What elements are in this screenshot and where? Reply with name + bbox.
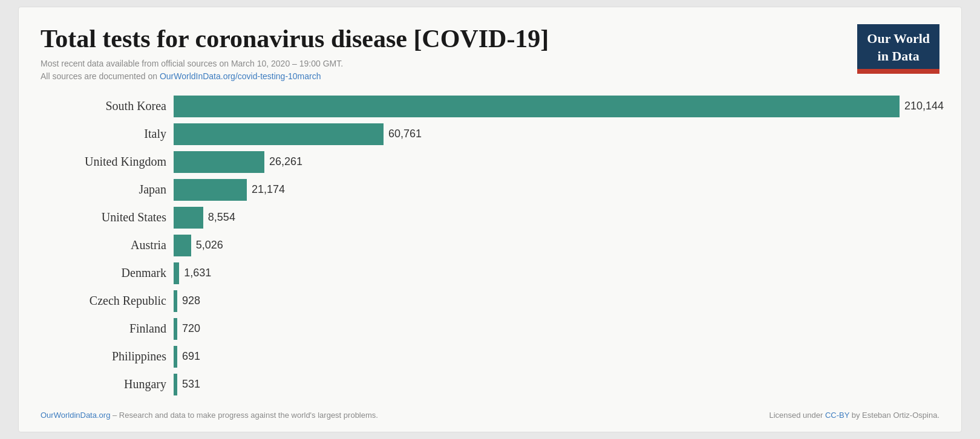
footer-license-suffix: by Esteban Ortiz-Ospina. xyxy=(849,411,939,420)
logo-line2: in Data xyxy=(878,48,920,63)
chart-subtitle: Most recent data available from official… xyxy=(41,57,857,83)
bar-row: United States8,554 xyxy=(41,205,939,230)
country-label: Denmark xyxy=(41,266,174,280)
bar-row: Hungary531 xyxy=(41,372,939,397)
bar-container: 720 xyxy=(174,318,939,340)
bar xyxy=(174,123,384,145)
bar-row: Italy60,761 xyxy=(41,122,939,147)
owid-logo: Our World in Data xyxy=(857,24,939,73)
country-label: Hungary xyxy=(41,377,174,391)
logo-line1: Our World xyxy=(867,31,930,46)
bar xyxy=(174,151,264,173)
chart-footer: OurWorldinData.org – Research and data t… xyxy=(41,411,939,420)
bar xyxy=(174,235,191,256)
bar xyxy=(174,346,177,368)
country-label: Italy xyxy=(41,127,174,141)
bar xyxy=(174,262,179,284)
country-label: Austria xyxy=(41,238,174,252)
bar xyxy=(174,318,177,340)
footer-link[interactable]: OurWorldinData.org xyxy=(41,411,110,420)
bar-value: 691 xyxy=(182,350,200,363)
country-label: Philippines xyxy=(41,350,174,363)
bar xyxy=(174,374,177,395)
bar-container: 60,761 xyxy=(174,123,939,145)
bar-value: 720 xyxy=(182,322,200,335)
bar-container: 21,174 xyxy=(174,179,939,201)
bar-value: 8,554 xyxy=(208,211,235,224)
bar-value: 928 xyxy=(182,294,200,307)
bar-value: 21,174 xyxy=(252,183,285,196)
footer-license-prefix: Licensed under xyxy=(769,411,825,420)
footer-right: Licensed under CC-BY by Esteban Ortiz-Os… xyxy=(769,411,939,420)
subtitle-link[interactable]: OurWorldInData.org/covid-testing-10march xyxy=(160,71,321,81)
country-label: South Korea xyxy=(41,99,174,113)
bar xyxy=(174,207,203,229)
bar xyxy=(174,179,247,201)
bar-container: 5,026 xyxy=(174,235,939,256)
bar-value: 60,761 xyxy=(388,128,422,140)
footer-desc: – Research and data to make progress aga… xyxy=(110,411,378,420)
bar-row: Japan21,174 xyxy=(41,177,939,203)
bar xyxy=(174,290,177,312)
bar-container: 691 xyxy=(174,346,939,368)
country-label: United Kingdom xyxy=(41,155,174,169)
bar-row: Denmark1,631 xyxy=(41,261,939,286)
bar-container: 928 xyxy=(174,290,939,312)
chart-area: South Korea210,144Italy60,761United King… xyxy=(41,94,939,400)
bar-value: 210,144 xyxy=(904,100,944,112)
subtitle-line2-prefix: All sources are documented on xyxy=(41,71,160,81)
country-label: Japan xyxy=(41,183,174,197)
bar-value: 1,631 xyxy=(184,267,211,279)
bar-row: Austria5,026 xyxy=(41,233,939,258)
bar-value: 531 xyxy=(182,378,200,391)
country-label: Finland xyxy=(41,322,174,336)
bar-row: South Korea210,144 xyxy=(41,94,939,119)
chart-title: Total tests for coronavirus disease [COV… xyxy=(41,24,857,53)
chart-card: Total tests for coronavirus disease [COV… xyxy=(18,7,962,432)
header-left: Total tests for coronavirus disease [COV… xyxy=(41,24,857,82)
bar-row: United Kingdom26,261 xyxy=(41,149,939,175)
bar-value: 26,261 xyxy=(269,155,302,168)
bar-row: Philippines691 xyxy=(41,344,939,369)
bar-row: Czech Republic928 xyxy=(41,288,939,314)
country-label: United States xyxy=(41,210,174,224)
bar-row: Finland720 xyxy=(41,316,939,342)
footer-left: OurWorldinData.org – Research and data t… xyxy=(41,411,378,420)
bar-value: 5,026 xyxy=(196,239,223,252)
bar-container: 8,554 xyxy=(174,207,939,229)
chart-header: Total tests for coronavirus disease [COV… xyxy=(41,24,939,82)
bar-container: 210,144 xyxy=(174,96,944,117)
subtitle-line1: Most recent data available from official… xyxy=(41,59,343,68)
bar-container: 26,261 xyxy=(174,151,939,173)
bar xyxy=(174,96,900,117)
bar-container: 531 xyxy=(174,374,939,395)
footer-license-link[interactable]: CC-BY xyxy=(825,411,849,420)
bar-container: 1,631 xyxy=(174,262,939,284)
country-label: Czech Republic xyxy=(41,294,174,308)
